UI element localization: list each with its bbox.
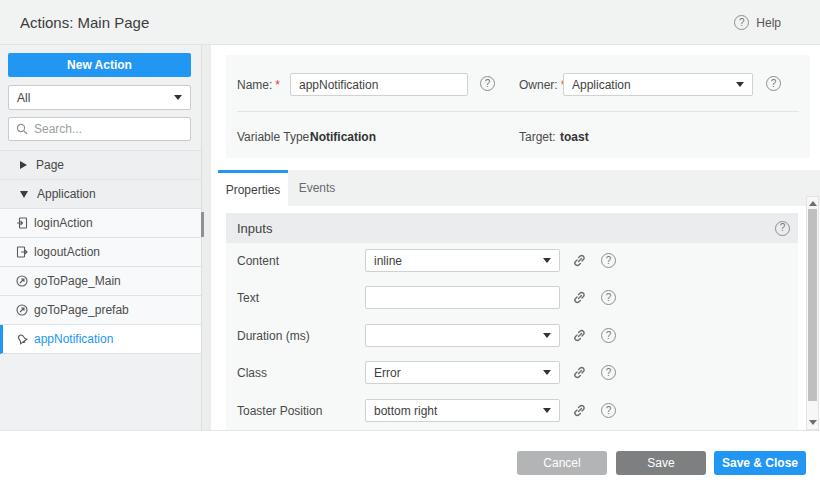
chevron-right-icon: [20, 161, 27, 169]
input-label: Class: [237, 366, 365, 380]
input-label: Content: [237, 254, 365, 268]
chevron-down-icon: [20, 191, 28, 198]
main-scrollbar-thumb[interactable]: [808, 209, 817, 401]
content-select[interactable]: inline: [365, 249, 560, 272]
class-select[interactable]: Error: [365, 361, 560, 384]
action-detail-panel: Name:* ? Owner:* Application ? Variable …: [211, 45, 820, 430]
caret-down-icon: [736, 82, 744, 87]
input-label: Duration (ms): [237, 329, 365, 343]
dialog-footer: Cancel Save Save & Close: [0, 430, 820, 491]
inputs-section: Inputs ? Content inline ? Text ?: [226, 213, 798, 430]
logout-icon: [16, 246, 28, 258]
filter-value: All: [17, 91, 174, 105]
tree-group-label: Page: [36, 158, 64, 172]
scroll-up-icon[interactable]: [809, 201, 817, 206]
inputs-help-icon[interactable]: ?: [775, 221, 790, 236]
tree-group-page[interactable]: Page: [0, 151, 202, 180]
help-icon[interactable]: ?: [601, 365, 616, 380]
variable-type-label: Variable Type:: [237, 130, 313, 144]
goto-page-icon: [16, 275, 28, 287]
tree-group-label: Application: [37, 187, 96, 201]
caret-down-icon: [543, 370, 551, 375]
sidebar-item-label: goToPage_Main: [34, 274, 121, 288]
name-label: Name:*: [237, 78, 280, 92]
owner-value: Application: [572, 78, 736, 92]
input-label: Text: [237, 291, 365, 305]
variable-type-value: Notification: [310, 130, 376, 144]
caret-down-icon: [543, 258, 551, 263]
caret-down-icon: [174, 95, 182, 100]
target-label: Target:: [519, 130, 556, 144]
new-action-button[interactable]: New Action: [8, 53, 191, 77]
inputs-title: Inputs: [237, 221, 272, 236]
bind-link-icon[interactable]: [572, 403, 587, 418]
sidebar-item-label: appNotification: [34, 332, 113, 346]
detail-tabs: Properties Events: [218, 170, 820, 206]
divider: [237, 111, 799, 112]
sidebar-item-appnotification[interactable]: appNotification: [0, 325, 202, 354]
tree-group-application[interactable]: Application: [0, 180, 202, 209]
tab-properties[interactable]: Properties: [218, 170, 288, 206]
dialog-header: Actions: Main Page ? Help: [0, 0, 820, 45]
action-summary-card: Name:* ? Owner:* Application ? Variable …: [226, 55, 810, 158]
inputs-section-header: Inputs ?: [226, 213, 798, 243]
save-button[interactable]: Save: [616, 451, 706, 475]
sidebar-scrollbar-track[interactable]: [201, 45, 211, 430]
sidebar-item-label: goToPage_prefab: [34, 303, 129, 317]
bind-link-icon[interactable]: [572, 253, 587, 268]
actions-dialog: Actions: Main Page ? Help New Action All…: [0, 0, 820, 491]
sidebar-item-gotopage-main[interactable]: goToPage_Main: [0, 267, 202, 296]
search-input[interactable]: [34, 122, 183, 136]
required-marker: *: [275, 78, 280, 92]
sidebar-item-label: logoutAction: [34, 245, 100, 259]
sidebar-item-loginaction[interactable]: loginAction: [0, 209, 202, 238]
help-icon[interactable]: ?: [601, 328, 616, 343]
action-filter-select[interactable]: All: [8, 85, 191, 110]
actions-tree: Page Application loginAction logoutActio…: [0, 150, 202, 354]
save-and-close-button[interactable]: Save & Close: [714, 451, 806, 475]
sidebar-scrollbar-thumb[interactable]: [201, 212, 204, 237]
toaster-position-select[interactable]: bottom right: [365, 399, 560, 422]
help-button[interactable]: ? Help: [734, 0, 781, 45]
goto-page-icon: [16, 304, 28, 316]
help-icon: ?: [734, 15, 749, 30]
owner-label: Owner:*: [519, 78, 565, 92]
name-help-icon[interactable]: ?: [480, 76, 495, 91]
help-icon[interactable]: ?: [601, 253, 616, 268]
sidebar-item-gotopage-prefab[interactable]: goToPage_prefab: [0, 296, 202, 325]
help-icon[interactable]: ?: [601, 403, 616, 418]
page-title: Actions: Main Page: [20, 0, 149, 45]
owner-select[interactable]: Application: [563, 73, 753, 96]
bind-link-icon[interactable]: [572, 365, 587, 380]
sidebar-item-label: loginAction: [34, 216, 93, 230]
login-icon: [16, 217, 28, 229]
caret-down-icon: [543, 408, 551, 413]
tab-events[interactable]: Events: [288, 170, 346, 206]
sidebar-search[interactable]: [8, 117, 191, 141]
actions-sidebar: New Action All Page Application: [0, 45, 211, 430]
bind-link-icon[interactable]: [572, 328, 587, 343]
input-row-content: Content inline ?: [237, 249, 790, 272]
notification-icon: [16, 333, 28, 345]
caret-down-icon: [543, 333, 551, 338]
help-label: Help: [756, 16, 781, 30]
target-value: toast: [560, 130, 589, 144]
input-label: Toaster Position: [237, 404, 365, 418]
search-icon: [16, 123, 28, 135]
input-row-text: Text ?: [237, 286, 790, 309]
input-row-duration: Duration (ms) ?: [237, 324, 790, 347]
text-input[interactable]: [365, 286, 560, 309]
toaster-position-value: bottom right: [374, 404, 543, 418]
cancel-button[interactable]: Cancel: [517, 451, 607, 475]
owner-help-icon[interactable]: ?: [766, 76, 781, 91]
duration-select[interactable]: [365, 324, 560, 347]
main-scrollbar[interactable]: [806, 196, 819, 430]
help-icon[interactable]: ?: [601, 290, 616, 305]
bind-link-icon[interactable]: [572, 290, 587, 305]
content-value: inline: [374, 254, 543, 268]
sidebar-item-logoutaction[interactable]: logoutAction: [0, 238, 202, 267]
class-value: Error: [374, 366, 543, 380]
name-input[interactable]: [290, 73, 468, 96]
input-row-toaster-position: Toaster Position bottom right ?: [237, 399, 790, 422]
scroll-down-icon[interactable]: [809, 420, 817, 425]
